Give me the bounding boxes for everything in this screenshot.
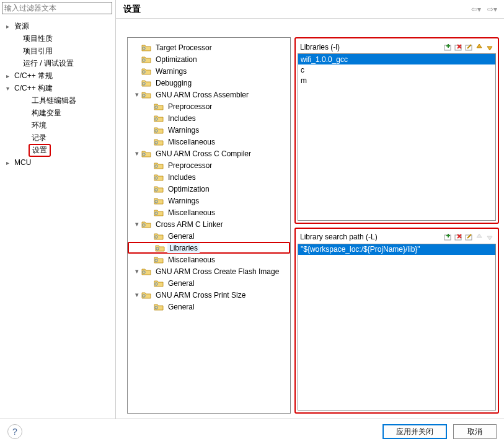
filter-input[interactable] — [2, 2, 112, 14]
list-item[interactable]: c — [298, 64, 495, 75]
nav-item[interactable]: 构建变量 — [4, 107, 115, 119]
nav-item[interactable]: 环境 — [4, 119, 115, 131]
twisty-icon[interactable]: ▾ — [4, 84, 11, 92]
settings-item[interactable]: Preprocessor — [128, 159, 290, 171]
move-down-button[interactable] — [485, 232, 495, 242]
settings-item[interactable]: Preprocessor — [128, 100, 290, 112]
settings-item[interactable]: Warnings — [128, 124, 290, 136]
help-button[interactable]: ? — [7, 424, 22, 439]
move-down-button[interactable] — [485, 42, 495, 52]
add-button[interactable] — [443, 42, 453, 52]
settings-item[interactable]: General — [128, 277, 290, 289]
nav-item[interactable]: ▸C/C++ 常规 — [4, 69, 115, 82]
twisty-spacer — [21, 134, 29, 141]
twisty-icon[interactable]: ▸ — [4, 72, 11, 79]
nav-item[interactable]: 设置 — [4, 144, 115, 156]
settings-item-label: Cross ARM C Linker — [154, 220, 225, 229]
move-up-button[interactable] — [474, 42, 484, 52]
nav-item-label: 环境 — [30, 120, 48, 131]
folder-icon — [141, 267, 151, 277]
twisty-spacer — [133, 55, 141, 64]
settings-item[interactable]: Includes — [128, 112, 290, 124]
settings-item[interactable]: Libraries — [128, 242, 290, 254]
nav-item[interactable]: 记录 — [4, 131, 115, 144]
twisty-icon[interactable]: ▾ — [133, 291, 141, 300]
folder-icon — [154, 231, 164, 241]
page-title: 设置 — [123, 4, 469, 15]
settings-item[interactable]: Warnings — [128, 195, 290, 206]
add-button[interactable] — [443, 232, 453, 242]
settings-item[interactable]: Warnings — [128, 65, 290, 77]
nav-item-label: 工具链编辑器 — [30, 95, 78, 107]
settings-item-label: Optimization — [154, 55, 199, 64]
settings-item-label: Preprocessor — [166, 102, 214, 112]
twisty-icon[interactable]: ▸ — [4, 22, 11, 30]
libraries-list[interactable]: wifi_1.0.0_gcccm — [298, 53, 496, 221]
settings-item[interactable]: Miscellaneous — [128, 136, 290, 148]
nav-item[interactable]: 工具链编辑器 — [4, 94, 115, 107]
settings-item[interactable]: General — [128, 230, 290, 242]
nav-item[interactable]: ▸MCU — [4, 156, 115, 169]
back-button[interactable]: ⇦▾ — [469, 4, 483, 15]
nav-item[interactable]: 项目性质 — [4, 32, 115, 45]
twisty-spacer — [21, 146, 29, 154]
move-up-button[interactable] — [474, 232, 484, 242]
settings-item-label: Miscellaneous — [166, 208, 217, 218]
libraries-panel-title: Libraries (-l) — [298, 43, 443, 51]
list-item[interactable]: m — [298, 75, 495, 86]
edit-button[interactable] — [464, 232, 474, 242]
settings-item[interactable]: Optimization — [128, 183, 290, 195]
settings-item[interactable]: Miscellaneous — [128, 254, 290, 265]
list-item[interactable]: wifi_1.0.0_gcc — [298, 54, 495, 64]
settings-item-label: Libraries — [167, 243, 200, 253]
settings-item[interactable]: ▾Cross ARM C Linker — [128, 218, 290, 230]
twisty-icon[interactable]: ▾ — [133, 149, 141, 158]
twisty-spacer — [145, 126, 154, 135]
library-paths-list[interactable]: "${workspace_loc:/${ProjName}/lib}" — [298, 244, 496, 411]
settings-item-label: General — [166, 231, 197, 241]
settings-item[interactable]: ▾GNU ARM Cross Create Flash Image — [128, 265, 290, 277]
settings-item-label: General — [166, 278, 197, 288]
nav-item[interactable]: ▸资源 — [4, 20, 115, 32]
twisty-icon[interactable]: ▸ — [4, 159, 11, 166]
folder-icon — [154, 125, 164, 135]
nav-item-label: 运行 / 调试设置 — [21, 58, 76, 69]
twisty-spacer — [21, 122, 29, 129]
nav-item[interactable]: ▾C/C++ 构建 — [4, 82, 115, 94]
folder-icon — [154, 196, 164, 206]
settings-item-label: Warnings — [166, 125, 201, 135]
apply-close-button[interactable]: 应用并关闭 — [382, 424, 447, 439]
settings-item[interactable]: Optimization — [128, 53, 290, 65]
settings-item-label: Preprocessor — [166, 161, 214, 171]
folder-icon — [141, 90, 151, 100]
twisty-spacer — [145, 255, 154, 264]
twisty-spacer — [145, 208, 154, 217]
settings-item[interactable]: ▾GNU ARM Cross Print Size — [128, 289, 290, 301]
twisty-icon[interactable]: ▾ — [133, 91, 141, 99]
settings-item[interactable]: General — [128, 301, 290, 313]
twisty-spacer — [145, 303, 154, 311]
nav-item[interactable]: 运行 / 调试设置 — [4, 57, 115, 69]
folder-icon — [154, 208, 164, 218]
settings-item[interactable]: Debugging — [128, 77, 290, 89]
settings-item[interactable]: ▾GNU ARM Cross Assembler — [128, 89, 290, 100]
settings-item-label: Warnings — [154, 66, 188, 76]
settings-item[interactable]: Target Processor — [128, 42, 290, 53]
folder-icon — [154, 102, 164, 112]
settings-item[interactable]: Miscellaneous — [128, 206, 290, 218]
twisty-icon[interactable]: ▾ — [133, 267, 141, 276]
twisty-icon[interactable]: ▾ — [133, 220, 141, 229]
twisty-spacer — [133, 79, 141, 87]
edit-button[interactable] — [464, 42, 474, 52]
settings-item[interactable]: ▾GNU ARM Cross C Compiler — [128, 148, 290, 159]
settings-item[interactable]: Includes — [128, 171, 290, 183]
folder-icon — [154, 113, 164, 123]
forward-button[interactable]: ⇨▾ — [485, 4, 499, 15]
cancel-button[interactable]: 取消 — [453, 424, 497, 439]
nav-item[interactable]: 项目引用 — [4, 45, 115, 57]
delete-button[interactable] — [453, 42, 463, 52]
left-panel: ▸资源项目性质项目引用运行 / 调试设置▸C/C++ 常规▾C/C++ 构建工具… — [0, 0, 116, 419]
nav-item-label: 资源 — [12, 20, 31, 32]
delete-button[interactable] — [453, 232, 463, 242]
list-item[interactable]: "${workspace_loc:/${ProjName}/lib}" — [298, 244, 495, 255]
